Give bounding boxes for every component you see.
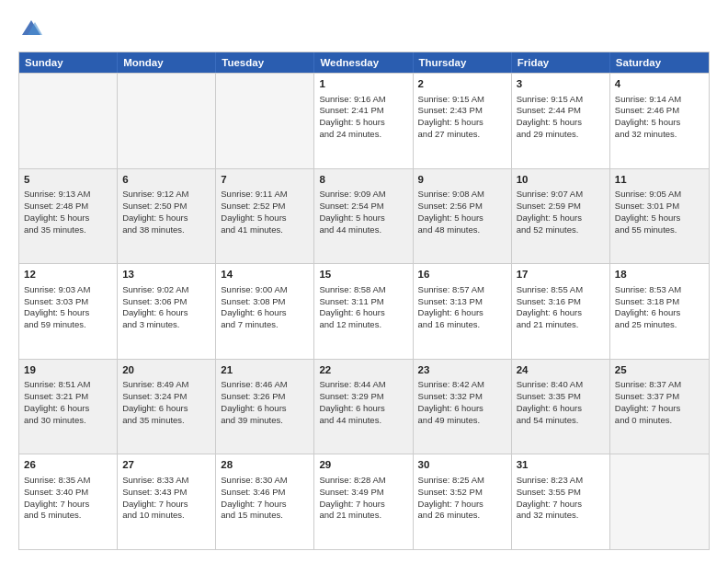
day-info-line: and 52 minutes. (517, 224, 605, 236)
day-info-line: Sunrise: 8:44 AM (319, 379, 407, 391)
day-info-line: Sunset: 3:55 PM (517, 487, 605, 499)
calendar-cell-18: 18Sunrise: 8:53 AMSunset: 3:18 PMDayligh… (610, 264, 709, 359)
day-info-line: Sunrise: 9:14 AM (615, 94, 704, 106)
day-info-line: Sunrise: 8:33 AM (122, 475, 210, 487)
day-info-line: and 25 minutes. (615, 319, 704, 331)
day-info-line: Daylight: 6 hours (319, 403, 407, 415)
day-info-line: Daylight: 5 hours (615, 213, 704, 224)
day-info-line: Sunset: 2:50 PM (122, 201, 210, 213)
calendar-cell-empty (118, 74, 216, 168)
day-info-line: and 30 minutes. (24, 415, 112, 427)
day-number: 30 (418, 458, 506, 473)
day-info-line: and 12 minutes. (319, 319, 407, 331)
day-info-line: Sunrise: 8:40 AM (517, 379, 605, 391)
calendar-header-monday: Monday (118, 52, 216, 73)
day-info-line: Daylight: 6 hours (418, 307, 506, 319)
calendar-cell-22: 22Sunrise: 8:44 AMSunset: 3:29 PMDayligh… (314, 360, 413, 454)
day-number: 21 (221, 363, 309, 378)
day-info-line: Daylight: 6 hours (615, 307, 704, 319)
day-info-line: Sunrise: 9:12 AM (122, 189, 210, 201)
day-number: 11 (615, 173, 704, 188)
day-number: 8 (319, 173, 407, 188)
calendar-cell-8: 8Sunrise: 9:09 AMSunset: 2:54 PMDaylight… (314, 169, 413, 264)
calendar-header-wednesday: Wednesday (314, 52, 413, 73)
day-info-line: Daylight: 7 hours (24, 499, 112, 511)
day-info-line: Sunset: 3:37 PM (615, 391, 704, 403)
day-info-line: Sunrise: 8:58 AM (319, 284, 407, 296)
calendar-week-4: 19Sunrise: 8:51 AMSunset: 3:21 PMDayligh… (19, 359, 709, 454)
day-info-line: and 5 minutes. (24, 510, 112, 522)
day-info-line: Daylight: 5 hours (221, 213, 309, 224)
calendar-cell-24: 24Sunrise: 8:40 AMSunset: 3:35 PMDayligh… (512, 360, 610, 454)
day-info-line: Sunset: 3:26 PM (221, 391, 309, 403)
day-number: 7 (221, 173, 309, 188)
day-info-line: and 7 minutes. (221, 319, 309, 331)
day-info-line: Sunrise: 8:57 AM (418, 284, 506, 296)
day-info-line: Daylight: 6 hours (122, 403, 210, 415)
day-number: 2 (418, 77, 506, 92)
calendar-cell-28: 28Sunrise: 8:30 AMSunset: 3:46 PMDayligh… (216, 454, 314, 549)
day-info-line: Sunset: 2:43 PM (418, 105, 506, 117)
calendar-cell-19: 19Sunrise: 8:51 AMSunset: 3:21 PMDayligh… (19, 360, 118, 454)
day-info-line: Sunrise: 9:16 AM (319, 94, 407, 106)
day-number: 5 (24, 173, 112, 188)
logo (18, 17, 48, 42)
day-info-line: Daylight: 6 hours (221, 403, 309, 415)
day-info-line: and 29 minutes. (517, 129, 605, 141)
calendar-week-5: 26Sunrise: 8:35 AMSunset: 3:40 PMDayligh… (19, 454, 709, 549)
day-number: 27 (122, 458, 210, 473)
calendar-cell-15: 15Sunrise: 8:58 AMSunset: 3:11 PMDayligh… (314, 264, 413, 359)
calendar-cell-3: 3Sunrise: 9:15 AMSunset: 2:44 PMDaylight… (512, 74, 610, 168)
day-info-line: Sunrise: 8:46 AM (221, 379, 309, 391)
calendar-cell-empty (216, 74, 314, 168)
day-info-line: and 35 minutes. (24, 224, 112, 236)
day-info-line: and 44 minutes. (319, 415, 407, 427)
day-info-line: Daylight: 5 hours (517, 213, 605, 224)
calendar-cell-20: 20Sunrise: 8:49 AMSunset: 3:24 PMDayligh… (118, 360, 216, 454)
day-info-line: Sunset: 3:40 PM (24, 487, 112, 499)
day-number: 15 (319, 268, 407, 282)
day-info-line: and 10 minutes. (122, 510, 210, 522)
calendar-cell-31: 31Sunrise: 8:23 AMSunset: 3:55 PMDayligh… (512, 454, 610, 549)
day-info-line: Sunset: 3:21 PM (24, 391, 112, 403)
calendar-cell-2: 2Sunrise: 9:15 AMSunset: 2:43 PMDaylight… (414, 74, 512, 168)
calendar-cell-10: 10Sunrise: 9:07 AMSunset: 2:59 PMDayligh… (512, 169, 610, 264)
day-info-line: Daylight: 6 hours (24, 403, 112, 415)
day-info-line: and 49 minutes. (418, 415, 506, 427)
day-number: 12 (24, 268, 112, 282)
day-info-line: Daylight: 5 hours (122, 213, 210, 224)
day-info-line: Sunset: 3:03 PM (24, 296, 112, 308)
day-number: 26 (24, 458, 112, 473)
day-info-line: Sunset: 3:06 PM (122, 296, 210, 308)
logo-icon (18, 17, 44, 42)
day-number: 14 (221, 268, 309, 282)
day-info-line: and 15 minutes. (221, 510, 309, 522)
day-info-line: and 0 minutes. (615, 415, 704, 427)
day-info-line: Sunrise: 8:49 AM (122, 379, 210, 391)
day-info-line: Sunset: 3:52 PM (418, 487, 506, 499)
day-info-line: and 3 minutes. (122, 319, 210, 331)
day-info-line: Sunrise: 9:07 AM (517, 189, 605, 201)
day-number: 19 (24, 363, 112, 378)
calendar-cell-29: 29Sunrise: 8:28 AMSunset: 3:49 PMDayligh… (314, 454, 413, 549)
day-info-line: and 48 minutes. (418, 224, 506, 236)
calendar-cell-21: 21Sunrise: 8:46 AMSunset: 3:26 PMDayligh… (216, 360, 314, 454)
calendar-week-3: 12Sunrise: 9:03 AMSunset: 3:03 PMDayligh… (19, 263, 709, 359)
day-info-line: Sunset: 3:01 PM (615, 201, 704, 213)
day-number: 20 (122, 363, 210, 378)
day-number: 17 (517, 268, 605, 282)
day-info-line: Daylight: 6 hours (517, 403, 605, 415)
day-info-line: Sunset: 3:43 PM (122, 487, 210, 499)
day-number: 28 (221, 458, 309, 473)
day-info-line: Daylight: 7 hours (319, 499, 407, 511)
day-number: 4 (615, 77, 704, 92)
calendar-week-2: 5Sunrise: 9:13 AMSunset: 2:48 PMDaylight… (19, 168, 709, 264)
day-info-line: and 32 minutes. (517, 510, 605, 522)
day-info-line: and 44 minutes. (319, 224, 407, 236)
day-info-line: Sunset: 3:24 PM (122, 391, 210, 403)
day-info-line: Sunset: 3:18 PM (615, 296, 704, 308)
day-info-line: Sunset: 2:41 PM (319, 105, 407, 117)
day-info-line: Sunrise: 8:25 AM (418, 475, 506, 487)
day-info-line: Sunrise: 8:37 AM (615, 379, 704, 391)
day-number: 23 (418, 363, 506, 378)
